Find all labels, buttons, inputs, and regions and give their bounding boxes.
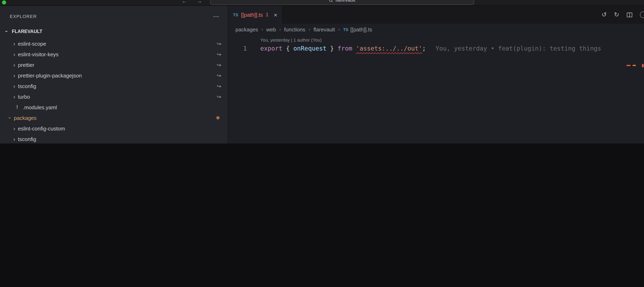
breadcrumb-separator-icon: ›: [308, 27, 310, 32]
vscode-window: ← → flarevault EXPLORER ⋯ › FLAREVAULT ›…: [0, 0, 644, 144]
chevron-right-icon: ›: [10, 134, 18, 144]
workbench: EXPLORER ⋯ › FLAREVAULT ›eslint-scope↪›e…: [0, 6, 644, 144]
code-token: [282, 45, 286, 52]
breadcrumb-separator-icon: ›: [261, 27, 263, 32]
tree-item-label: eslint-config-custom: [18, 125, 65, 131]
tree-item-label: turbo: [18, 94, 30, 100]
tree-file-.modules.yaml[interactable]: !.modules.yaml: [0, 102, 228, 113]
file-tree: ›eslint-scope↪›eslint-visitor-keys↪›pret…: [0, 36, 228, 144]
code-token: [352, 45, 356, 52]
history-navigation: ← →: [182, 0, 202, 4]
tree-item-label: prettier: [18, 62, 34, 68]
code-token: ;: [422, 45, 426, 52]
overview-ruler-edge-mark: [642, 64, 644, 67]
sidebar-title: EXPLORER: [10, 14, 213, 19]
tree-item-label: tsconfig: [18, 83, 36, 89]
editor-group: TS [[path]].ts 1 × ↺ ↻ packages›web›func…: [228, 6, 644, 144]
tree-folder-tsconfig[interactable]: ›tsconfig: [0, 134, 228, 144]
breadcrumbs: packages›web›functions›flarevault›TS[[pa…: [228, 24, 644, 35]
sidebar-header: EXPLORER ⋯: [0, 6, 228, 27]
chevron-right-icon: ›: [10, 60, 18, 70]
overview-ruler-warning-mark: [632, 65, 636, 66]
code-token: from: [338, 45, 352, 52]
workspace-section-header[interactable]: › FLAREVAULT: [0, 27, 228, 36]
workspace-name: FLAREVAULT: [12, 29, 42, 34]
tab-label: [[path]].ts: [241, 12, 263, 18]
breadcrumb-item[interactable]: TS[[path]].ts: [343, 26, 372, 33]
typescript-file-icon: TS: [233, 13, 238, 17]
breadcrumb-label: flarevault: [314, 26, 335, 33]
code-line-content: export { onRequest } from 'assets:../../…: [260, 45, 426, 52]
tree-item-label: eslint-scope: [18, 41, 46, 47]
breadcrumb-separator-icon: ›: [279, 27, 281, 32]
breadcrumb-item[interactable]: functions: [284, 26, 305, 33]
symlink-arrow-icon: ↪: [217, 51, 221, 57]
symlink-arrow-icon: ↪: [217, 62, 221, 68]
chevron-right-icon: ›: [10, 123, 18, 134]
search-icon: [329, 0, 332, 2]
tree-folder-turbo[interactable]: ›turbo↪: [0, 91, 228, 102]
breadcrumb-label: packages: [236, 26, 258, 33]
chevron-right-icon: ›: [10, 81, 18, 91]
typescript-file-icon: TS: [343, 27, 348, 32]
tree-folder-prettier-plugin-packagejson[interactable]: ›prettier-plugin-packagejson↪: [0, 70, 228, 81]
open-next-change-icon[interactable]: ↻: [614, 11, 619, 18]
tab-bar: TS [[path]].ts 1 × ↺ ↻: [228, 6, 644, 24]
code-line-wrap: export { onRequest } from 'assets:../../…: [260, 43, 601, 54]
tree-item-label: tsconfig: [18, 136, 36, 142]
breadcrumb-item[interactable]: packages: [236, 26, 258, 33]
forward-arrow-icon[interactable]: →: [197, 0, 202, 4]
inline-git-blame: You, yesterday • feat(plugin): testing t…: [436, 45, 601, 52]
tree-folder-packages[interactable]: ›packages: [0, 113, 228, 123]
symlink-arrow-icon: ↪: [217, 72, 221, 79]
symlink-arrow-icon: ↪: [217, 41, 221, 47]
tree-folder-eslint-scope[interactable]: ›eslint-scope↪: [0, 38, 228, 49]
code-token: {: [286, 45, 293, 52]
chevron-right-icon: ›: [10, 38, 18, 49]
twistie-spacer: [6, 102, 14, 113]
chevron-right-icon: ›: [10, 91, 18, 102]
git-modified-dot: [216, 116, 220, 119]
breadcrumb-label: functions: [284, 26, 305, 33]
symlink-arrow-icon: ↪: [217, 94, 221, 100]
command-center-text: flarevault: [336, 0, 355, 3]
split-editor-icon[interactable]: [626, 12, 632, 18]
tree-item-label: packages: [14, 115, 36, 121]
tab-problems-count: 1: [266, 12, 268, 18]
more-actions-icon[interactable]: ⋯: [213, 13, 220, 20]
tree-folder-eslint-visitor-keys[interactable]: ›eslint-visitor-keys↪: [0, 49, 228, 60]
breadcrumb-label: [[path]].ts: [350, 26, 372, 33]
tab-path-ts[interactable]: TS [[path]].ts 1 ×: [228, 6, 282, 24]
code-editor[interactable]: You, yesterday | 1 author (You) 1 export…: [228, 35, 644, 144]
code-token: [334, 45, 338, 52]
chevron-down-icon: ›: [5, 114, 16, 122]
editor-actions: ↺ ↻: [602, 6, 644, 24]
code-token: 'assets:../../out': [356, 45, 422, 52]
codelens-blame-summary[interactable]: You, yesterday | 1 author (You): [260, 38, 644, 42]
titlebar: ← → flarevault: [0, 0, 644, 6]
tree-folder-prettier[interactable]: ›prettier↪: [0, 60, 228, 70]
tree-folder-eslint-config-custom[interactable]: ›eslint-config-custom: [0, 123, 228, 134]
tree-folder-tsconfig[interactable]: ›tsconfig↪: [0, 81, 228, 91]
explorer-sidebar: EXPLORER ⋯ › FLAREVAULT ›eslint-scope↪›e…: [0, 6, 228, 144]
breadcrumb-item[interactable]: web: [266, 26, 276, 33]
chevron-right-icon: ›: [10, 49, 18, 60]
yaml-warning-file-icon: !: [14, 104, 20, 110]
close-icon[interactable]: ×: [274, 11, 278, 18]
tree-item-label: eslint-visitor-keys: [18, 51, 58, 57]
code-line-1: 1 export { onRequest } from 'assets:../.…: [228, 43, 644, 54]
breadcrumb-item[interactable]: flarevault: [314, 26, 335, 33]
code-token: }: [326, 45, 334, 52]
code-token: onRequest: [294, 45, 327, 52]
chevron-right-icon: ›: [10, 70, 18, 81]
code-token: export: [260, 45, 282, 52]
back-arrow-icon[interactable]: ←: [182, 0, 187, 4]
partial-action-icon[interactable]: [640, 12, 644, 18]
command-center-search[interactable]: flarevault: [210, 0, 474, 5]
window-control-green[interactable]: [2, 1, 6, 5]
overview-ruler-error-mark: [626, 65, 630, 66]
tree-item-label: .modules.yaml: [23, 104, 57, 110]
breadcrumb-label: web: [266, 26, 276, 33]
open-previous-change-icon[interactable]: ↺: [602, 11, 607, 18]
tree-item-label: prettier-plugin-packagejson: [18, 72, 82, 79]
